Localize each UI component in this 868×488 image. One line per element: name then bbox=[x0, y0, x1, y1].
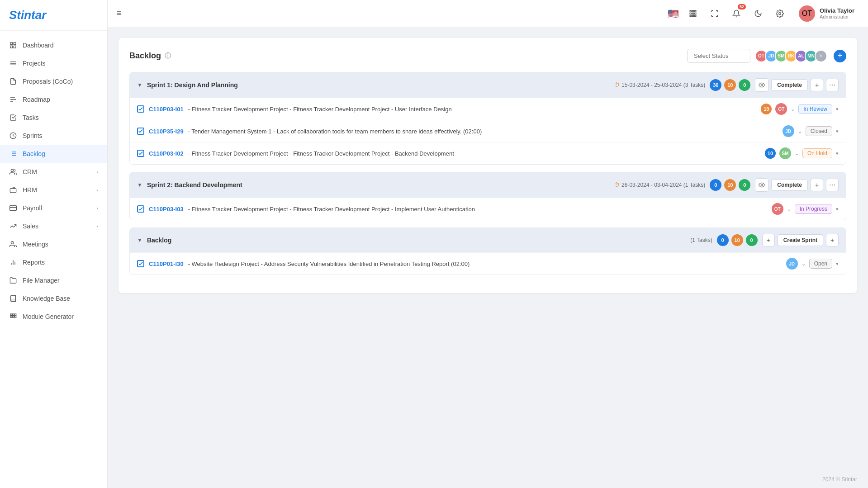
menu-toggle-button[interactable]: ≡ bbox=[117, 9, 122, 18]
sidebar-item-dashboard[interactable]: Dashboard bbox=[0, 36, 107, 54]
sidebar-label-sales: Sales bbox=[23, 223, 91, 230]
sprint-1-collapse-icon: ▼ bbox=[137, 82, 142, 88]
sprint-1-task-2-status-chevron[interactable]: ▾ bbox=[836, 128, 839, 134]
reports-icon bbox=[9, 258, 17, 266]
sprint-1-task-3-status-chevron[interactable]: ▾ bbox=[836, 151, 839, 156]
sidebar-item-filemanager[interactable]: File Manager bbox=[0, 271, 107, 289]
sidebar-item-sales[interactable]: Sales › bbox=[0, 217, 107, 235]
sprint-1-task-2-checkbox[interactable] bbox=[137, 128, 144, 135]
backlog-task-1-id[interactable]: C110P01-I30 bbox=[149, 261, 184, 267]
settings-button[interactable] bbox=[772, 6, 787, 21]
sidebar-item-meetings[interactable]: Meetings bbox=[0, 235, 107, 253]
sprint-2-task-1-chevron[interactable]: ⌄ bbox=[787, 206, 791, 212]
backlog-section-header[interactable]: ▼ Backlog (1 Tasks) 0 10 0 + Create Spri… bbox=[130, 228, 846, 252]
sprint-1-task-3-desc: - Fitness Tracker Development Project - … bbox=[188, 150, 760, 157]
user-profile[interactable]: OT Olivia Taylor Administrator bbox=[794, 4, 859, 24]
backlog-task-1-status[interactable]: Open bbox=[809, 259, 832, 269]
backlog-info-icon[interactable]: ⓘ bbox=[165, 52, 171, 60]
sidebar-item-crm[interactable]: CRM › bbox=[0, 163, 107, 181]
svg-rect-21 bbox=[14, 316, 16, 317]
language-selector[interactable]: 🇺🇸 bbox=[668, 8, 679, 19]
modulegenerator-icon bbox=[9, 313, 17, 321]
sprint-1-more-button[interactable]: ⋯ bbox=[826, 79, 839, 91]
sprint-2-complete-button[interactable]: Complete bbox=[771, 179, 808, 191]
sprint-1-task-3-chevron[interactable]: ⌄ bbox=[795, 151, 799, 156]
sprint-1-task-1-checkbox[interactable] bbox=[137, 105, 144, 113]
sidebar-label-backlog: Backlog bbox=[23, 150, 98, 157]
backlog-badge-orange: 10 bbox=[731, 234, 743, 246]
sprint-1-task-2-chevron[interactable]: ⌄ bbox=[798, 128, 802, 134]
sprint-2-date: ⏱ 26-03-2024 - 03-04-2024 (1 Tasks) bbox=[614, 182, 705, 188]
sprint-1-header[interactable]: ▼ Sprint 1: Design And Planning ⏱ 15-03-… bbox=[130, 72, 846, 98]
sidebar-item-hrm[interactable]: HRM › bbox=[0, 181, 107, 199]
sprint-1-eye-button[interactable] bbox=[755, 78, 768, 92]
svg-rect-24 bbox=[695, 10, 696, 12]
crm-icon bbox=[9, 168, 17, 176]
sprint-1-task-1-id[interactable]: C110P03-I01 bbox=[149, 106, 184, 113]
sprint-1-task-1: C110P03-I01 - Fitness Tracker Developmen… bbox=[130, 98, 846, 120]
sprint-2-more-button[interactable]: ⋯ bbox=[826, 179, 839, 191]
sprint-2-header[interactable]: ▼ Sprint 2: Backend Development ⏱ 26-03-… bbox=[130, 172, 846, 198]
fullscreen-button[interactable] bbox=[707, 6, 722, 21]
sidebar-label-modulegenerator: Module Generator bbox=[23, 313, 98, 320]
sidebar-item-tasks[interactable]: Tasks bbox=[0, 109, 107, 127]
backlog-task-1-checkbox[interactable] bbox=[137, 260, 144, 267]
backlog-task-1-status-chevron[interactable]: ▾ bbox=[836, 261, 839, 267]
backlog-task-1-avatar: JD bbox=[786, 258, 798, 270]
sprint-1-complete-button[interactable]: Complete bbox=[771, 79, 808, 91]
sprint-2-badge-green: 0 bbox=[739, 179, 750, 191]
sprint-1-task-2-id[interactable]: C110P35-I29 bbox=[149, 128, 184, 135]
sprint-1-task-2-status[interactable]: Closed bbox=[806, 126, 832, 136]
sprint-1-task-3-checkbox[interactable] bbox=[137, 150, 144, 157]
backlog-section-add-button[interactable]: + bbox=[762, 234, 775, 246]
dark-mode-button[interactable] bbox=[750, 6, 766, 21]
sprint-1-task-1-status[interactable]: In Review bbox=[798, 104, 832, 114]
sidebar: Stintar Dashboard Projects Proposals (Co… bbox=[0, 0, 108, 488]
payroll-chevron: › bbox=[96, 205, 98, 211]
sprint-1-add-button[interactable]: + bbox=[811, 79, 823, 91]
sidebar-item-roadmap[interactable]: Roadmap bbox=[0, 90, 107, 109]
sprint-1-task-3-id[interactable]: C110P03-I02 bbox=[149, 150, 184, 157]
status-select[interactable]: Select Status bbox=[687, 49, 750, 63]
sprint-1-task-1-meta: 10 OT ⌄ In Review ▾ bbox=[761, 103, 839, 115]
add-member-button[interactable]: + bbox=[834, 50, 846, 62]
apps-button[interactable] bbox=[685, 6, 701, 21]
sidebar-item-modulegenerator[interactable]: Module Generator bbox=[0, 308, 107, 326]
sidebar-item-projects[interactable]: Projects bbox=[0, 54, 107, 72]
sprint-1-task-1-status-chevron[interactable]: ▾ bbox=[836, 106, 839, 112]
backlog-section-more-button[interactable]: + bbox=[826, 234, 839, 246]
avatar-more: + bbox=[815, 50, 827, 62]
sprint-2-task-1-checkbox[interactable] bbox=[137, 205, 144, 213]
sidebar-item-sprints[interactable]: Sprints bbox=[0, 127, 107, 145]
sidebar-nav: Dashboard Projects Proposals (CoCo) Road… bbox=[0, 31, 107, 331]
notifications-button[interactable]: 52 bbox=[729, 6, 744, 21]
sprint-2-task-1-status-chevron[interactable]: ▾ bbox=[836, 206, 839, 212]
sprint-1-badge-blue: 30 bbox=[710, 79, 721, 91]
svg-point-32 bbox=[761, 84, 763, 86]
svg-rect-17 bbox=[13, 314, 14, 315]
sprint-1-section: ▼ Sprint 1: Design And Planning ⏱ 15-03-… bbox=[129, 72, 846, 165]
svg-point-15 bbox=[11, 242, 13, 244]
page-card: Backlog ⓘ Select Status OT JD SM RK AL M… bbox=[119, 38, 857, 293]
sprint-1-task-1-chevron[interactable]: ⌄ bbox=[791, 106, 795, 112]
sidebar-item-knowledgebase[interactable]: Knowledge Base bbox=[0, 289, 107, 308]
sprint-2-task-1-status[interactable]: In Progress bbox=[795, 204, 832, 214]
logo-text: Stintar bbox=[9, 8, 46, 22]
backlog-badge-blue: 0 bbox=[717, 234, 729, 246]
sidebar-label-filemanager: File Manager bbox=[23, 277, 98, 284]
sprint-1-task-3-status[interactable]: On Hold bbox=[802, 148, 832, 158]
sidebar-item-proposals[interactable]: Proposals (CoCo) bbox=[0, 72, 107, 90]
backlog-task-1-meta: JD ⌄ Open ▾ bbox=[786, 258, 839, 270]
sprint-1-task-2-desc: - Tender Management System 1 - Lack of c… bbox=[188, 128, 778, 135]
sidebar-item-backlog[interactable]: Backlog bbox=[0, 145, 107, 163]
backlog-task-1-chevron[interactable]: ⌄ bbox=[802, 261, 806, 267]
sidebar-label-tasks: Tasks bbox=[23, 114, 98, 121]
sprint-2-eye-button[interactable] bbox=[755, 178, 768, 192]
sales-chevron: › bbox=[96, 223, 98, 229]
sidebar-item-reports[interactable]: Reports bbox=[0, 253, 107, 271]
sprint-2-task-1-id[interactable]: C110P03-I03 bbox=[149, 206, 184, 213]
create-sprint-button[interactable]: Create Sprint bbox=[778, 234, 823, 246]
sidebar-item-payroll[interactable]: Payroll › bbox=[0, 199, 107, 217]
sprint-2-add-button[interactable]: + bbox=[811, 179, 823, 191]
sprint-1-title: Sprint 1: Design And Planning bbox=[147, 81, 610, 89]
